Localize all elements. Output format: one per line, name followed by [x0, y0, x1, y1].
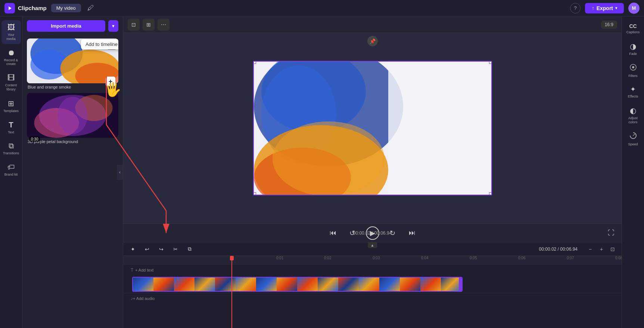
pin-indicator[interactable]: 📌	[367, 36, 378, 46]
film-frame	[153, 278, 174, 291]
sidebar-item-filters[interactable]: Filters	[623, 61, 643, 81]
sidebar-item-captions[interactable]: CC Captions	[623, 20, 643, 37]
sidebar-item-record-create[interactable]: ⏺ Record &create	[1, 46, 21, 69]
film-frame	[297, 278, 318, 291]
import-media-button[interactable]: Import media	[27, 20, 105, 32]
ruler-mark-06: 0:06	[518, 256, 525, 260]
your-media-icon: 🖼	[7, 23, 15, 32]
resize-handle-tr[interactable]	[489, 61, 492, 64]
timeline-time-display: 00:00.02 / 00:06.94	[539, 247, 578, 252]
brand-kit-icon: 🏷	[7, 163, 15, 171]
fade-icon: ◑	[630, 42, 636, 51]
export-button[interactable]: ↑ Export ▾	[585, 3, 624, 13]
ruler-mark-04: 0:04	[421, 256, 428, 260]
ruler-mark-05: 0:05	[470, 256, 477, 260]
rename-icon[interactable]: 🖊	[85, 3, 96, 13]
video-track-row	[123, 275, 622, 293]
import-media-chevron[interactable]: ▾	[108, 20, 118, 32]
expand-timeline-btn[interactable]: ▲	[368, 242, 377, 248]
media-panel-header: Import media ▾	[22, 16, 123, 35]
sidebar-item-templates[interactable]: ⊞ Templates	[1, 96, 21, 116]
redo-btn[interactable]: ↪	[156, 244, 167, 254]
sidebar-item-label-templates: Templates	[3, 109, 19, 113]
add-text-button[interactable]: + Add text	[135, 268, 153, 272]
clip-right-handle[interactable]	[459, 278, 462, 291]
media-item-blue-orange[interactable]: ⋯ + Blue and orange smoke Add to timelin…	[27, 38, 118, 89]
sidebar-item-adjust-colors[interactable]: ◐ Adjustcolors	[623, 103, 643, 127]
copy-btn[interactable]: ⧉	[184, 244, 195, 254]
sidebar-item-content-library[interactable]: 🎞 Contentlibrary	[1, 71, 21, 95]
video-track-content[interactable]	[132, 275, 622, 293]
audio-track-icon: ♪	[128, 296, 133, 301]
more-options-btn[interactable]: ⋯	[158, 19, 169, 31]
add-to-timeline-plus-btn[interactable]: +	[106, 77, 115, 86]
zoom-in-btn[interactable]: +	[597, 245, 606, 254]
sidebar-label-speed: Speed	[628, 142, 638, 146]
playback-controls: ⏮ ↺ ▶ ↻ ⏭ ⛶ 00:00.02 / 00:06.94	[123, 223, 622, 242]
preview-canvas: 📌	[123, 33, 622, 223]
sidebar-item-label-your-media: Your media	[4, 33, 19, 41]
film-frame	[359, 278, 379, 291]
ruler-mark-08: 0:08	[615, 256, 622, 260]
content-library-icon: 🎞	[7, 74, 15, 82]
zoom-out-btn[interactable]: −	[586, 245, 595, 254]
main-layout: 🖼 Your media ⏺ Record &create 🎞 Contentl…	[0, 16, 644, 328]
collapse-panel-button[interactable]: ‹	[117, 165, 123, 180]
text-track-icon: T	[128, 267, 135, 273]
fit-tool-btn[interactable]: ⊞	[143, 19, 155, 31]
preview-toolbar: ⊡ ⊞ ⋯ 16:9	[123, 16, 622, 33]
fullscreen-btn[interactable]: ⛶	[605, 227, 617, 239]
text-icon: T	[9, 121, 13, 129]
add-audio-button[interactable]: + Add audio	[133, 296, 155, 301]
sidebar-item-your-media[interactable]: 🖼 Your media	[1, 20, 21, 44]
resize-handle-br[interactable]	[489, 192, 492, 195]
time-display-playback: 00:00.02 / 00:06.94	[353, 230, 392, 236]
filters-icon	[629, 64, 637, 73]
film-frame	[318, 278, 338, 291]
film-frame	[338, 278, 359, 291]
zoom-fit-btn[interactable]: ⊡	[608, 245, 617, 254]
timeline-magic-btn[interactable]: ✦	[128, 244, 138, 254]
cut-btn[interactable]: ✂	[170, 244, 181, 254]
ruler-mark-01: 0:01	[276, 256, 283, 260]
app-name: Clipchamp	[18, 5, 47, 11]
export-chevron: ▾	[615, 6, 617, 10]
media-item-duration-purple: 0:30	[29, 137, 40, 142]
ruler-mark-07: 0:07	[567, 256, 574, 260]
templates-icon: ⊞	[8, 99, 14, 108]
timeline-tracks: T + Add text	[123, 265, 622, 328]
sidebar-item-label-content-library: Contentlibrary	[5, 83, 17, 92]
video-title[interactable]: My video	[51, 4, 81, 12]
sidebar-item-text[interactable]: T Text	[1, 118, 21, 137]
skip-to-start-btn[interactable]: ⏮	[327, 227, 339, 239]
film-frame	[195, 278, 215, 291]
sidebar-item-brand-kit[interactable]: 🏷 Brand kit	[1, 160, 21, 180]
sidebar-label-adjust-colors: Adjustcolors	[628, 116, 638, 124]
sidebar-item-label-record-create: Record &create	[4, 58, 18, 66]
sidebar-item-speed[interactable]: Speed	[623, 129, 643, 149]
undo-btn[interactable]: ↩	[142, 244, 152, 254]
svg-rect-20	[388, 62, 492, 195]
sidebar-item-effects[interactable]: ✦ Effects	[623, 82, 643, 102]
svg-point-19	[273, 121, 385, 195]
resize-handle-tl[interactable]	[253, 61, 256, 64]
film-frame	[400, 278, 420, 291]
sidebar-item-label-brand-kit: Brand kit	[4, 173, 18, 177]
sidebar-item-transitions[interactable]: ⧉ Transitions	[1, 139, 21, 158]
ruler-mark-02: 0:02	[324, 256, 331, 260]
topbar-right: ? ↑ Export ▾ M	[570, 3, 640, 14]
sidebar-label-filters: Filters	[628, 74, 638, 78]
avatar[interactable]: M	[628, 3, 640, 14]
adjust-colors-icon: ◐	[630, 106, 636, 115]
sidebar-item-fade[interactable]: ◑ Fade	[623, 39, 643, 59]
media-item-more-btn[interactable]: ⋯	[107, 41, 116, 50]
skip-to-end-btn[interactable]: ⏭	[406, 227, 418, 239]
film-frame	[133, 278, 153, 291]
video-clip[interactable]	[132, 277, 463, 292]
crop-tool-btn[interactable]: ⊡	[128, 19, 140, 31]
effects-icon: ✦	[630, 85, 636, 93]
resize-handle-bl[interactable]	[253, 192, 256, 195]
media-thumb-purple	[27, 93, 118, 138]
media-item-purple-petal[interactable]: 0:30 3D purple petal background	[27, 93, 118, 144]
help-button[interactable]: ?	[570, 3, 581, 13]
